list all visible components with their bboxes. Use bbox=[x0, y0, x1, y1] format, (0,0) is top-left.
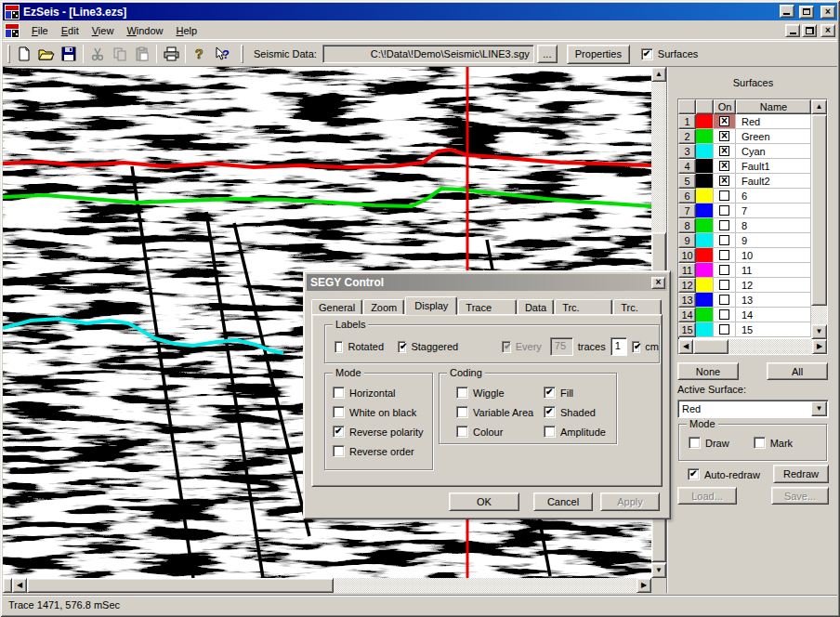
reverse-polarity-checkbox[interactable] bbox=[333, 426, 345, 438]
maximize-button[interactable] bbox=[799, 6, 814, 19]
row-number[interactable]: 7 bbox=[678, 203, 696, 218]
fill-checkbox[interactable] bbox=[544, 387, 556, 399]
surface-name-cell[interactable]: Fault1 bbox=[736, 159, 811, 174]
table-row[interactable]: 99 bbox=[678, 233, 811, 248]
white-on-black-checkbox[interactable] bbox=[333, 406, 345, 418]
surface-color-swatch[interactable] bbox=[696, 233, 714, 248]
copy-button[interactable] bbox=[109, 44, 131, 64]
toolbar-grip[interactable] bbox=[241, 45, 243, 63]
surfaces-checkbox[interactable] bbox=[641, 48, 653, 60]
surface-color-swatch[interactable] bbox=[696, 114, 714, 129]
surface-color-swatch[interactable] bbox=[696, 144, 714, 159]
surface-name-cell[interactable]: 9 bbox=[736, 233, 811, 248]
paste-button[interactable] bbox=[131, 44, 153, 64]
surface-color-swatch[interactable] bbox=[696, 293, 714, 308]
active-surface-combobox[interactable]: Red ▼ bbox=[677, 400, 829, 418]
scroll-up-button[interactable]: ▲ bbox=[651, 67, 666, 82]
tab-data[interactable]: Data bbox=[518, 299, 554, 315]
row-number[interactable]: 13 bbox=[678, 293, 696, 308]
surface-name-cell[interactable]: Fault2 bbox=[736, 174, 811, 189]
colour-checkbox[interactable] bbox=[456, 426, 468, 438]
cm-checkbox[interactable] bbox=[632, 341, 640, 353]
surface-name-cell[interactable]: 11 bbox=[736, 263, 811, 278]
scroll-thumb[interactable] bbox=[811, 114, 827, 306]
seismic-horizontal-scrollbar[interactable]: ◀ ▶ bbox=[3, 578, 651, 593]
amplitude-checkbox[interactable] bbox=[544, 426, 556, 438]
row-number[interactable]: 12 bbox=[678, 278, 696, 293]
every-traces-field[interactable]: 75 bbox=[550, 337, 573, 356]
properties-button[interactable]: Properties bbox=[567, 45, 630, 64]
menu-help[interactable]: Help bbox=[170, 22, 204, 39]
scroll-split-handle[interactable] bbox=[3, 578, 12, 593]
tab-zoom[interactable]: Zoom bbox=[363, 299, 404, 315]
scroll-right-button[interactable]: ▶ bbox=[812, 339, 827, 354]
open-file-button[interactable] bbox=[35, 44, 58, 64]
rotated-checkbox[interactable] bbox=[335, 341, 343, 353]
surface-name-cell[interactable]: 7 bbox=[736, 203, 811, 218]
scroll-up-button[interactable]: ▲ bbox=[811, 99, 827, 114]
surface-on-checkbox[interactable] bbox=[714, 263, 736, 278]
row-number[interactable]: 8 bbox=[678, 218, 696, 233]
table-row[interactable]: 77 bbox=[678, 203, 811, 218]
table-row[interactable]: 4Fault1 bbox=[678, 159, 811, 174]
table-row[interactable]: 66 bbox=[678, 189, 811, 203]
dialog-close-button[interactable]: × bbox=[651, 277, 665, 289]
surface-on-checkbox[interactable] bbox=[714, 248, 736, 263]
scroll-thumb[interactable] bbox=[27, 578, 334, 593]
surface-name-cell[interactable]: 8 bbox=[736, 218, 811, 233]
cut-button[interactable] bbox=[86, 44, 109, 64]
table-row[interactable]: 1Red bbox=[678, 114, 811, 129]
row-number[interactable]: 5 bbox=[678, 174, 696, 189]
table-row[interactable]: 1010 bbox=[678, 248, 811, 263]
staggered-checkbox[interactable] bbox=[398, 341, 406, 353]
surface-on-checkbox[interactable] bbox=[714, 218, 736, 233]
save-button[interactable]: Save... bbox=[771, 487, 829, 505]
draw-checkbox[interactable] bbox=[689, 437, 701, 449]
surface-name-cell[interactable]: 13 bbox=[736, 293, 811, 308]
surface-on-checkbox[interactable] bbox=[714, 189, 736, 203]
minimize-button[interactable] bbox=[780, 5, 794, 18]
menu-edit[interactable]: Edit bbox=[55, 22, 85, 39]
surface-on-checkbox[interactable] bbox=[714, 278, 736, 293]
table-row[interactable]: 3Cyan bbox=[678, 144, 811, 159]
surface-color-swatch[interactable] bbox=[696, 129, 714, 144]
surface-color-swatch[interactable] bbox=[696, 189, 714, 203]
surface-color-swatch[interactable] bbox=[696, 322, 714, 337]
scroll-down-button[interactable]: ▼ bbox=[651, 563, 666, 578]
table-row[interactable]: 1111 bbox=[678, 263, 811, 278]
scroll-left-button[interactable]: ◀ bbox=[12, 578, 27, 593]
surface-on-checkbox[interactable] bbox=[714, 144, 736, 159]
mdi-minimize-button[interactable] bbox=[785, 24, 800, 37]
variable-area-checkbox[interactable] bbox=[456, 406, 468, 418]
scroll-thumb[interactable] bbox=[693, 339, 728, 354]
mdi-restore-button[interactable] bbox=[802, 24, 817, 37]
table-row[interactable]: 1212 bbox=[678, 278, 811, 293]
mark-checkbox[interactable] bbox=[754, 437, 766, 449]
interval-field[interactable]: 1 bbox=[610, 337, 627, 356]
table-row[interactable]: 1515 bbox=[678, 322, 811, 337]
save-button[interactable] bbox=[58, 44, 80, 64]
row-number[interactable]: 2 bbox=[678, 129, 696, 144]
mdi-close-button[interactable]: × bbox=[820, 24, 835, 37]
scroll-track[interactable] bbox=[334, 578, 637, 593]
surface-on-checkbox[interactable] bbox=[714, 159, 736, 174]
print-button[interactable] bbox=[160, 44, 182, 64]
menu-view[interactable]: View bbox=[85, 22, 121, 39]
surface-on-checkbox[interactable] bbox=[714, 129, 736, 144]
table-horizontal-scrollbar[interactable]: ◀ ▶ bbox=[678, 339, 827, 354]
scroll-down-button[interactable]: ▼ bbox=[811, 324, 827, 339]
browse-button[interactable]: ... bbox=[537, 45, 558, 63]
new-file-button[interactable] bbox=[13, 44, 35, 64]
surface-color-swatch[interactable] bbox=[696, 308, 714, 322]
surface-color-swatch[interactable] bbox=[696, 159, 714, 174]
table-row[interactable]: 88 bbox=[678, 218, 811, 233]
header-name[interactable]: Name bbox=[736, 99, 811, 114]
row-number[interactable]: 9 bbox=[678, 233, 696, 248]
table-row[interactable]: 5Fault2 bbox=[678, 174, 811, 189]
surface-name-cell[interactable]: Green bbox=[736, 129, 811, 144]
surface-color-swatch[interactable] bbox=[696, 248, 714, 263]
scroll-left-button[interactable]: ◀ bbox=[678, 339, 693, 354]
redraw-button[interactable]: Redraw bbox=[773, 465, 829, 483]
surface-on-checkbox[interactable] bbox=[714, 114, 736, 129]
tab-trc-header[interactable]: Trc. Header bbox=[555, 299, 612, 315]
